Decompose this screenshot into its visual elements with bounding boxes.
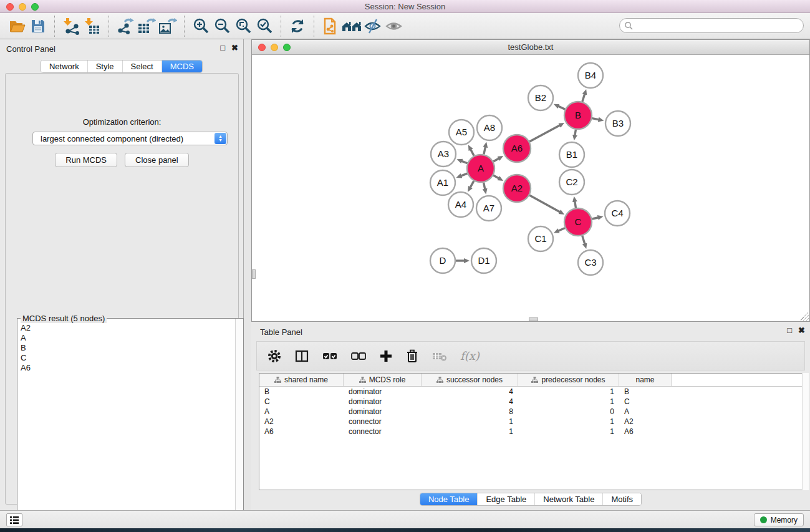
cell[interactable]: 1 — [422, 417, 518, 427]
deselect-all-icon[interactable] — [350, 349, 367, 363]
edge-C-C1[interactable] — [558, 228, 565, 231]
table-row-a[interactable]: Adominator80A — [259, 407, 804, 417]
result-list-scrollbar[interactable] — [235, 319, 243, 532]
cell[interactable]: 1 — [518, 397, 619, 407]
cell[interactable]: dominator — [344, 407, 422, 417]
zoom-window-button[interactable] — [31, 3, 39, 11]
show-all-icon[interactable] — [383, 16, 405, 37]
cell[interactable]: A — [619, 407, 672, 417]
cell[interactable]: 1 — [422, 427, 518, 437]
horizontal-scroll-nub[interactable] — [529, 317, 538, 321]
network-canvas[interactable]: B4B2BB3A8A5A6A3B1AA1C2A2A4A7C4CC1DD1C3 — [252, 56, 809, 321]
node-C1[interactable]: C1 — [528, 226, 553, 251]
show-columns-icon[interactable] — [294, 349, 309, 364]
node-C4[interactable]: C4 — [605, 201, 630, 226]
node-A1[interactable]: A1 — [430, 170, 455, 195]
cell[interactable]: connector — [344, 427, 422, 437]
close-table-panel-icon[interactable]: ✖ — [798, 326, 805, 335]
node-A8[interactable]: A8 — [477, 115, 502, 140]
node-D1[interactable]: D1 — [471, 248, 496, 273]
edge-A-A6[interactable] — [493, 158, 499, 162]
vertical-scroll-nub[interactable] — [252, 269, 256, 279]
tab-node-table[interactable]: Node Table — [420, 493, 478, 505]
cell[interactable]: B — [259, 387, 344, 397]
cell[interactable]: 1 — [518, 427, 619, 437]
resize-grip[interactable] — [801, 312, 809, 321]
node-D[interactable]: D — [430, 248, 455, 273]
open-file-icon[interactable] — [6, 16, 27, 37]
edge-B-B2[interactable] — [558, 106, 565, 109]
result-item-a2[interactable]: A2 — [18, 322, 234, 332]
edge-C-C3[interactable] — [582, 236, 585, 244]
neighbors-icon[interactable] — [341, 16, 362, 37]
cell[interactable]: 4 — [422, 387, 518, 397]
node-B4[interactable]: B4 — [578, 63, 603, 88]
result-item-c[interactable]: C — [18, 352, 234, 362]
save-session-icon[interactable] — [27, 16, 49, 37]
node-C[interactable]: C — [564, 208, 592, 236]
column-header-successor-nodes[interactable]: successor nodes — [422, 374, 518, 386]
edge-A-A8[interactable] — [484, 147, 486, 154]
memory-button[interactable]: Memory — [754, 513, 804, 526]
network-close-button[interactable] — [258, 44, 266, 51]
result-item-a6[interactable]: A6 — [18, 362, 234, 372]
table-scrollbar[interactable] — [802, 373, 809, 490]
node-A3[interactable]: A3 — [431, 142, 456, 167]
delete-column-icon[interactable] — [405, 349, 419, 364]
edge-C-C2[interactable] — [575, 201, 576, 208]
edge-B-B4[interactable] — [582, 94, 585, 102]
float-panel-icon[interactable]: □ — [220, 43, 225, 52]
copy-network-icon[interactable] — [320, 16, 341, 37]
tab-network-table[interactable]: Network Table — [534, 493, 602, 505]
zoom-in-icon[interactable] — [190, 16, 211, 37]
node-A5[interactable]: A5 — [449, 120, 474, 145]
export-image-icon[interactable] — [157, 16, 178, 37]
cell[interactable]: dominator — [344, 387, 422, 397]
table-row-a2[interactable]: A2connector11A2 — [259, 417, 804, 427]
cell[interactable]: A2 — [619, 417, 672, 427]
task-history-button[interactable] — [6, 513, 22, 526]
optimization-criterion-select[interactable]: largest connected component (directed) ▲… — [32, 132, 228, 145]
zoom-selected-icon[interactable] — [254, 16, 275, 37]
tab-network[interactable]: Network — [41, 60, 87, 72]
cell[interactable]: dominator — [344, 397, 422, 407]
edge-A-A1[interactable] — [461, 173, 467, 176]
result-item-b[interactable]: B — [18, 342, 234, 352]
node-C2[interactable]: C2 — [559, 170, 584, 195]
edge-A-A4[interactable] — [470, 181, 474, 188]
tab-edge-table[interactable]: Edge Table — [477, 493, 534, 505]
close-panel-button[interactable]: Close panel — [125, 153, 189, 167]
column-header-predecessor-nodes[interactable]: predecessor nodes — [518, 374, 619, 386]
table-settings-gear-icon[interactable] — [267, 349, 282, 364]
cell[interactable]: A2 — [259, 417, 344, 427]
select-all-icon[interactable] — [322, 349, 338, 363]
zoom-out-icon[interactable] — [211, 16, 233, 37]
cell[interactable]: 0 — [518, 407, 619, 417]
add-column-icon[interactable] — [379, 349, 393, 363]
cell[interactable]: connector — [344, 417, 422, 427]
hide-selected-icon[interactable] — [362, 16, 383, 37]
node-A6[interactable]: A6 — [503, 135, 531, 162]
cell[interactable]: 1 — [518, 417, 619, 427]
tab-select[interactable]: Select — [122, 60, 162, 72]
node-C3[interactable]: C3 — [578, 250, 603, 275]
edge-C-C4[interactable] — [592, 218, 598, 219]
minimize-window-button[interactable] — [19, 3, 26, 11]
table-row-c[interactable]: Cdominator41C — [259, 397, 804, 407]
edge-A-A2[interactable] — [493, 175, 499, 178]
column-header-name[interactable]: name — [619, 374, 672, 386]
edge-A-A5[interactable] — [471, 149, 475, 155]
node-B3[interactable]: B3 — [605, 111, 630, 136]
cell[interactable]: C — [619, 397, 672, 407]
export-table-icon[interactable] — [136, 16, 157, 37]
table-row-a6[interactable]: A6connector11A6 — [259, 427, 804, 437]
import-network-icon[interactable] — [60, 16, 82, 37]
cell[interactable]: 4 — [422, 397, 518, 407]
edge-A2-C[interactable] — [529, 195, 560, 212]
column-header-shared-name[interactable]: shared name — [259, 374, 344, 386]
result-item-a[interactable]: A — [18, 332, 234, 342]
node-A7[interactable]: A7 — [476, 196, 501, 221]
edge-B-B1[interactable] — [575, 130, 576, 136]
node-A[interactable]: A — [467, 155, 494, 182]
node-A4[interactable]: A4 — [448, 192, 473, 217]
